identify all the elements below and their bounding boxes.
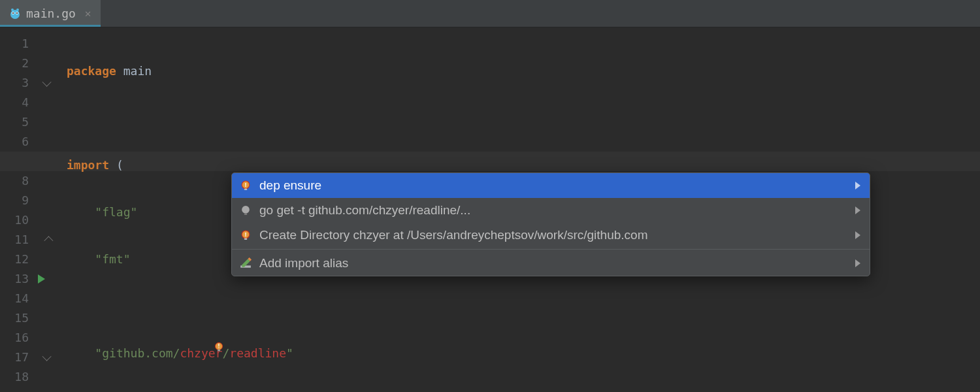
code: import ( [67, 158, 123, 172]
svg-point-5 [11, 8, 14, 11]
svg-point-15 [242, 206, 250, 214]
intention-item-create-dir[interactable]: ! Create Directory chzyer at /Users/andr… [232, 223, 870, 248]
bulb-icon [240, 204, 252, 216]
intention-item-add-alias[interactable]: Add import alias [232, 251, 870, 276]
submenu-arrow-icon [855, 182, 860, 189]
pencil-icon [240, 257, 252, 269]
intention-label: Add import alias [259, 256, 348, 270]
tab-title: main.go [26, 7, 76, 20]
intention-label: dep ensure [259, 178, 321, 193]
svg-point-4 [16, 12, 18, 14]
svg-rect-9 [218, 350, 220, 351]
line-number: 11 [0, 230, 29, 250]
intention-item-go-get[interactable]: go get -t github.com/chzyer/readline/... [232, 198, 870, 223]
line-number: 16 [0, 328, 29, 348]
run-gutter-icon[interactable] [38, 274, 45, 284]
tab-main-go[interactable]: main.go ✕ [0, 0, 101, 27]
svg-point-3 [12, 12, 14, 14]
line-number: 6 [0, 132, 29, 152]
code: "fmt" [67, 252, 131, 266]
line-number: 14 [0, 289, 29, 308]
line-number: 15 [0, 308, 29, 328]
intention-actions-popup: ! dep ensure go get -t github.com/chzyer… [231, 172, 870, 276]
svg-rect-16 [244, 214, 248, 216]
line-number: 8 [0, 171, 29, 191]
svg-text:!: ! [245, 182, 247, 188]
line-number: 1 [0, 34, 29, 54]
fold-icon[interactable] [42, 352, 52, 361]
tab-bar: main.go ✕ [0, 0, 980, 27]
intention-item-dep-ensure[interactable]: ! dep ensure [232, 173, 870, 198]
line-number: 13 [0, 269, 29, 289]
svg-point-0 [10, 10, 20, 19]
bulb-error-icon: ! [240, 180, 252, 191]
line-number: 17 [0, 348, 29, 367]
submenu-arrow-icon [855, 259, 860, 267]
svg-text:!: ! [217, 344, 220, 350]
line-number: 10 [0, 210, 29, 230]
svg-text:!: ! [245, 231, 247, 238]
fold-icon[interactable] [44, 236, 53, 245]
code: package main [67, 64, 152, 78]
intention-label: Create Directory chzyer at /Users/andrey… [259, 228, 648, 242]
submenu-arrow-icon [855, 231, 860, 239]
code: "flag" [67, 205, 137, 219]
go-file-icon [9, 8, 21, 20]
line-number: 5 [0, 112, 29, 132]
line-number: 4 [0, 93, 29, 112]
bulb-error-icon: ! [240, 229, 252, 241]
svg-point-6 [16, 8, 19, 11]
editor[interactable]: 1 2 3 4 5 6 7 8 9 10 11 12 13 14 15 16 1… [0, 27, 980, 392]
line-number-gutter: 1 2 3 4 5 6 7 8 9 10 11 12 13 14 15 16 1… [0, 27, 38, 387]
submenu-arrow-icon [855, 206, 860, 214]
svg-rect-13 [244, 189, 248, 191]
intention-label: go get -t github.com/chzyer/readline/... [259, 203, 470, 218]
line-number: 18 [0, 367, 29, 387]
gutter-marks [38, 27, 67, 387]
line-number: 9 [0, 191, 29, 210]
intention-bulb-icon[interactable]: ! [157, 319, 224, 378]
close-icon[interactable]: ✕ [85, 7, 91, 20]
line-number: 12 [0, 250, 29, 269]
line-number: 3 [0, 73, 29, 93]
line-number: 2 [0, 54, 29, 73]
popup-separator [232, 249, 870, 250]
svg-rect-19 [244, 238, 248, 240]
fold-icon[interactable] [42, 78, 52, 87]
